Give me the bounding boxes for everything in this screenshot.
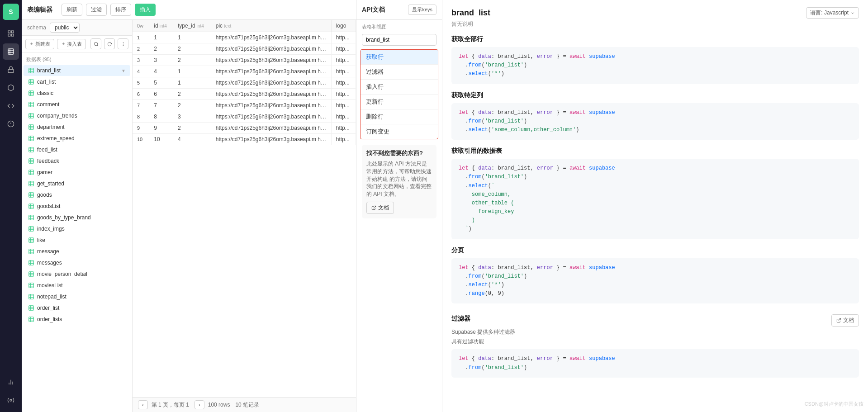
row-num: 7 — [133, 100, 149, 111]
table-name-label: brand_list — [37, 67, 119, 74]
table-list-item[interactable]: goodsList — [24, 201, 130, 212]
table-list-item[interactable]: like — [24, 235, 130, 246]
filter-button[interactable]: 过滤 — [86, 4, 107, 16]
table-list-item[interactable]: notepad_list — [24, 291, 130, 302]
data-table: 0widint4type_idint4pictextlogo 1 1 1 htt… — [133, 20, 356, 145]
new-table-button[interactable]: 新建表 — [25, 39, 54, 49]
svg-rect-77 — [29, 215, 34, 220]
prev-page-button[interactable]: ‹ — [138, 400, 148, 409]
cant-find-title: 找不到您需要的东西? — [366, 149, 432, 157]
language-select[interactable]: 语言: Javascript — [806, 7, 859, 19]
table-count-label: 数据表 (95) — [26, 56, 52, 63]
table-list-item[interactable]: goods — [24, 189, 130, 200]
section-get-all-code: let { data: brand_list, error } = await … — [451, 47, 859, 84]
import-table-button[interactable]: 接入表 — [57, 39, 86, 49]
row-type-id: 2 — [173, 89, 211, 100]
section-get-cols-code: let { data: brand_list, error } = await … — [451, 103, 859, 140]
row-id: 2 — [149, 43, 173, 55]
table-list-item[interactable]: feedback — [24, 156, 130, 166]
svg-rect-37 — [29, 102, 34, 107]
sidebar-auth[interactable] — [3, 62, 19, 78]
table-list-item[interactable]: classic — [24, 88, 130, 99]
search-table-button[interactable] — [90, 38, 101, 49]
row-pic: https://cd71ps25g6h3ij26om3g.baseapi.m h… — [211, 77, 331, 89]
api-menu-item[interactable]: 删除行 — [360, 109, 438, 124]
table-list-item[interactable]: get_started — [24, 178, 130, 189]
show-keys-button[interactable]: 显示keys — [408, 5, 436, 15]
svg-rect-53 — [29, 147, 34, 152]
table-row-icon — [28, 90, 34, 96]
table-list-item[interactable]: extreme_speed — [24, 133, 130, 144]
table-name-label: moviesList — [37, 282, 126, 289]
svg-line-118 — [839, 319, 841, 321]
api-table-select[interactable]: brand_list — [362, 34, 436, 46]
schema-select[interactable]: public — [50, 23, 80, 33]
refresh-button[interactable]: 刷新 — [62, 4, 82, 16]
table-list-item[interactable]: comment — [24, 99, 130, 110]
table-row-icon — [28, 214, 34, 221]
table-list-item[interactable]: company_trends — [24, 110, 130, 121]
row-type-id: 2 — [173, 55, 211, 66]
table-row-icon — [28, 271, 34, 277]
cant-find-doc-link[interactable]: 文档 — [366, 202, 394, 214]
table-list: brand_list ▼ cart_list — [22, 65, 132, 325]
sort-button[interactable]: 排序 — [110, 4, 131, 16]
table-row-icon — [28, 169, 34, 175]
row-type-id: 3 — [173, 111, 211, 123]
row-logo: http... — [331, 89, 356, 100]
row-id: 7 — [149, 100, 173, 111]
api-menu-item[interactable]: 过滤器 — [360, 65, 438, 80]
row-logo: http... — [331, 32, 356, 43]
table-list-item[interactable]: messages — [24, 257, 130, 268]
insert-button[interactable]: 插入 — [135, 4, 156, 16]
sidebar-home[interactable] — [3, 25, 19, 42]
section-pagination-title: 分页 — [451, 246, 859, 255]
table-list-item[interactable]: message — [24, 246, 130, 257]
row-pic: https://cd71ps25g6h3ij26om3g.baseapi.m h… — [211, 134, 331, 145]
filter-doc-link[interactable]: 文档 — [831, 314, 859, 327]
table-list-item[interactable]: department — [24, 122, 130, 133]
table-name-label: index_imgs — [37, 226, 126, 232]
table-row-icon — [28, 294, 34, 300]
table-name-label: order_list — [37, 305, 126, 311]
sidebar-api[interactable] — [3, 116, 19, 132]
row-id: 3 — [149, 55, 173, 66]
api-menu-item[interactable]: 订阅变更 — [360, 124, 438, 139]
row-pic: https://cd71ps25g6h3ij26om3g.baseapi.m h… — [211, 55, 331, 66]
sidebar-storage[interactable] — [3, 80, 19, 96]
table-list-item[interactable]: index_imgs — [24, 223, 130, 234]
table-list-item[interactable]: goods_by_type_brand — [24, 212, 130, 223]
row-type-id: 4 — [173, 134, 211, 145]
api-menu-item[interactable]: 插入行 — [360, 80, 438, 95]
row-pic: https://cd71ps25g6h3ij26om3g.baseapi.m h… — [211, 100, 331, 111]
sidebar-functions[interactable] — [3, 98, 19, 114]
table-row: 8 8 3 https://cd71ps25g6h3ij26om3g.basea… — [133, 111, 356, 123]
svg-point-20 — [94, 42, 97, 45]
table-list-item[interactable]: order_lists — [24, 314, 130, 325]
table-name-label: goodsList — [37, 203, 126, 209]
svg-rect-113 — [29, 317, 34, 322]
expand-icon: ▼ — [121, 68, 126, 73]
table-list-item[interactable]: feed_list — [24, 144, 130, 155]
table-list-item[interactable]: order_list — [24, 303, 130, 313]
row-id: 10 — [149, 134, 173, 145]
refresh-table-list-button[interactable] — [104, 38, 115, 49]
sidebar-table-editor[interactable] — [3, 43, 19, 60]
row-num: 2 — [133, 43, 149, 55]
more-options-button[interactable] — [118, 38, 128, 49]
sidebar-reports[interactable] — [3, 374, 19, 390]
table-list-item[interactable]: cart_list — [24, 76, 130, 87]
next-page-button[interactable]: › — [194, 400, 204, 409]
table-list-item[interactable]: moviesList — [24, 280, 130, 291]
api-menu-item[interactable]: 获取行 — [360, 50, 438, 65]
table-name-label: company_trends — [37, 113, 126, 119]
app-logo: S — [3, 4, 19, 20]
table-list-item[interactable]: movie_person_detail — [24, 269, 130, 279]
column-header: logo — [331, 20, 356, 32]
sidebar-settings[interactable] — [3, 392, 19, 408]
table-list-item[interactable]: brand_list ▼ — [24, 65, 130, 76]
api-menu-item[interactable]: 更新行 — [360, 95, 438, 109]
table-name-label: like — [37, 237, 126, 243]
table-list-item[interactable]: gamer — [24, 167, 130, 178]
table-name-label: feed_list — [37, 147, 126, 153]
